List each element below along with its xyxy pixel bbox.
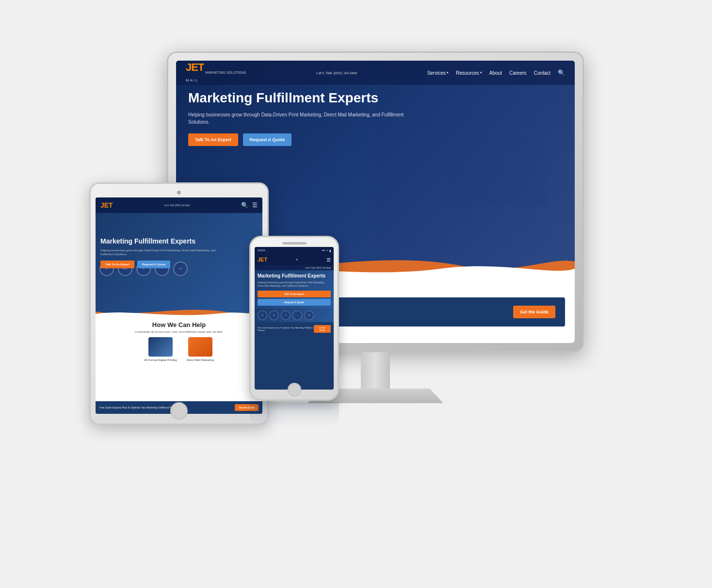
nav-resources[interactable]: Resources ▾ — [456, 70, 482, 76]
desktop-logo: JET MAIL Marketing Solutions — [186, 62, 246, 83]
phone: 14:54 ▪▪▪ ⌗ ▮ JET 🔍 ☰ — [249, 236, 339, 420]
nav-services-label: Services — [427, 70, 446, 76]
tablet-hero-buttons: Talk To An Expert Request A Quote — [100, 261, 217, 268]
phone-hero: Marketing Fulfillment Experts Helping bu… — [255, 270, 334, 309]
tablet-guide-text: Free Guide Explains How To Optimize Your… — [99, 406, 179, 409]
wifi-icon: ⌗ — [326, 249, 328, 252]
resources-dropdown-arrow: ▾ — [480, 71, 482, 75]
logo-jet-span: JET — [186, 61, 204, 73]
phone-hero-title: Marketing Fulfillment Experts — [258, 273, 331, 279]
phone-menu-icon[interactable]: ☰ — [326, 257, 331, 262]
tablet-quote-button[interactable]: Request A Quote — [137, 261, 170, 268]
phone-frame: 14:54 ▪▪▪ ⌗ ▮ JET 🔍 ☰ — [249, 236, 339, 401]
phone-badge-cert: ✓ — [292, 310, 302, 320]
phone-content: 14:54 ▪▪▪ ⌗ ▮ JET 🔍 ☰ — [255, 247, 334, 390]
phone-get-guide-button[interactable]: Get the Guide — [314, 325, 331, 333]
tablet-how-title: How We Can Help — [96, 316, 262, 328]
nav-phone: Let's Talk (800) Jet-Mail — [316, 71, 357, 75]
tablet-screen: JET Let's Talk (800) Jet-Mail 🔍 ☰ Market… — [96, 197, 262, 414]
phone-status-icons: ▪▪▪ ⌗ ▮ — [322, 249, 331, 252]
talk-expert-button[interactable]: Talk To An Expert — [188, 133, 238, 146]
logo-jet: JET MAIL — [186, 62, 204, 83]
request-quote-button[interactable]: Request A Quote — [243, 133, 291, 146]
nav-careers[interactable]: Careers — [509, 70, 527, 76]
tablet-home-button[interactable] — [170, 402, 188, 420]
printing-label: All Format Digital Printing — [144, 359, 177, 361]
tablet-service-mail: Direct Mail Marketing — [187, 337, 214, 361]
tablet-content: JET Let's Talk (800) Jet-Mail 🔍 ☰ Market… — [96, 197, 262, 414]
tablet-frame: JET Let's Talk (800) Jet-Mail 🔍 ☰ Market… — [89, 182, 269, 425]
tablet-services-row: All Format Digital Printing Direct Mail … — [96, 337, 262, 361]
hero-title: Marketing Fulfillment Experts — [188, 90, 420, 106]
mail-label: Direct Mail Marketing — [187, 359, 214, 361]
nav-resources-label: Resources — [456, 70, 479, 76]
phone-badge-g7: G7 — [258, 310, 267, 320]
hero-buttons: Talk To An Expert Request A Quote — [188, 133, 420, 146]
phone-status-bar: 14:54 ▪▪▪ ⌗ ▮ — [255, 247, 334, 254]
tablet-how-subtitle: Consolidate all of your print, mail, and… — [96, 330, 262, 333]
phone-quote-button[interactable]: Request A Quote — [258, 299, 331, 306]
monitor-neck — [361, 352, 390, 391]
nav-contact[interactable]: Contact — [534, 70, 550, 76]
phone-logo-jet-span: JET — [258, 257, 267, 262]
phone-home-button[interactable] — [288, 383, 301, 396]
battery-icon: ▮ — [329, 249, 331, 252]
phone-badge-hipaa: H — [281, 310, 291, 320]
tablet-hero-text: Marketing Fulfillment Experts Helping bu… — [100, 237, 217, 268]
get-guide-button-desktop[interactable]: Get the Guide — [513, 306, 555, 318]
tablet-logo-jet-span: JET — [100, 201, 113, 209]
phone-logo: JET — [258, 257, 267, 262]
phone-expert-button[interactable]: Talk To An Expert — [258, 291, 331, 297]
phone-search-icon[interactable]: 🔍 — [296, 259, 298, 261]
services-dropdown-arrow: ▾ — [447, 71, 449, 75]
desktop-hero-text: Marketing Fulfillment Experts Helping bu… — [188, 90, 420, 146]
tablet-hero-title: Marketing Fulfillment Experts — [100, 237, 217, 245]
phone-nav: JET 🔍 ☰ — [255, 254, 334, 265]
phone-badges: G7 S2 H ✓ US — [255, 309, 334, 322]
tablet-hero-subtitle: Helping businesses grow through Data-Dri… — [100, 248, 217, 257]
nav-links: Services ▾ Resources ▾ About Careers Con… — [427, 69, 565, 76]
phone-time: 14:54 — [258, 249, 265, 252]
tablet-phone: Let's Talk (800) Jet-Mail — [164, 204, 190, 207]
tablet-reflection — [89, 426, 259, 460]
hero-subtitle: Helping businesses grow through Data-Dri… — [188, 111, 420, 126]
tablet-camera — [177, 191, 181, 195]
phone-badge-soc2: S2 — [269, 310, 279, 320]
tablet: JET Let's Talk (800) Jet-Mail 🔍 ☰ Market… — [89, 182, 269, 454]
tablet-nav: JET Let's Talk (800) Jet-Mail 🔍 ☰ — [96, 197, 262, 213]
desktop-nav: JET MAIL Marketing Solutions Let's Talk … — [176, 61, 575, 85]
nav-about[interactable]: About — [489, 70, 502, 76]
phone-guide-text: Free Guide Explains How To Optimize Your… — [258, 327, 314, 331]
logo-text: JET MAIL — [186, 62, 204, 83]
signal-icon: ▪▪▪ — [322, 249, 325, 252]
nav-services[interactable]: Services ▾ — [427, 70, 449, 76]
logo-mail: MAIL — [186, 78, 199, 82]
phone-speaker — [282, 242, 307, 245]
tablet-service-printing: All Format Digital Printing — [144, 337, 177, 361]
tablet-nav-icons: 🔍 ☰ — [241, 202, 258, 209]
phone-hero-buttons: Talk To An Expert Request A Quote — [258, 291, 331, 306]
printing-icon — [148, 337, 173, 357]
phone-screen: 14:54 ▪▪▪ ⌗ ▮ JET 🔍 ☰ — [255, 247, 334, 390]
tablet-expert-button[interactable]: Talk To An Expert — [100, 261, 134, 268]
scene: JET MAIL Marketing Solutions Let's Talk … — [89, 51, 623, 537]
tablet-search-icon[interactable]: 🔍 — [241, 202, 248, 209]
logo-subtitle: Marketing Solutions — [205, 71, 246, 75]
phone-reflection — [249, 402, 339, 426]
phone-phone-bar: Let's Talk (800) Jet-Mail — [255, 265, 334, 270]
tablet-white-section: How We Can Help Consolidate all of your … — [96, 316, 262, 414]
tablet-logo: JET — [100, 201, 113, 209]
phone-guide-bar: Free Guide Explains How To Optimize Your… — [255, 323, 334, 335]
phone-hero-subtitle: Helping businesses grow through Data-Dri… — [258, 281, 331, 288]
phone-badge-usps: US — [304, 310, 314, 320]
search-icon[interactable]: 🔍 — [558, 69, 565, 76]
mail-icon — [188, 337, 212, 357]
tablet-menu-icon[interactable]: ☰ — [252, 202, 258, 209]
